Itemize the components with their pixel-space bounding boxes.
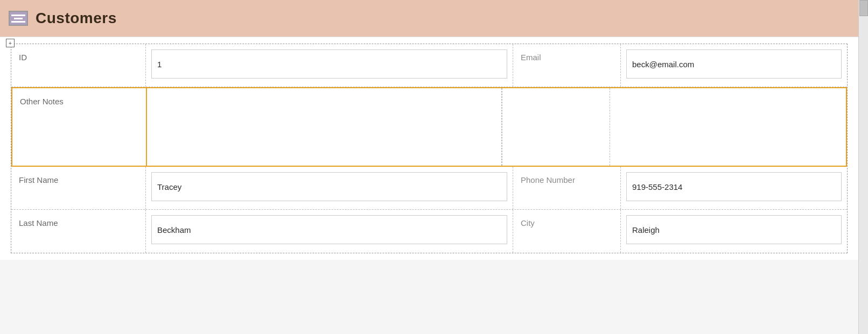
phone-input-wrap: [621, 167, 847, 209]
city-section: City: [513, 210, 847, 253]
form-container: + ID Email Other Notes: [11, 44, 848, 253]
id-email-row: ID Email: [11, 44, 847, 87]
notes-label: Other Notes: [12, 88, 147, 166]
lastname-input[interactable]: [151, 215, 507, 244]
expand-icon[interactable]: +: [6, 39, 15, 47]
city-input[interactable]: [626, 215, 842, 244]
firstname-label: First Name: [11, 167, 146, 209]
icon-line-2: [14, 18, 23, 19]
id-input[interactable]: [151, 49, 507, 79]
content-area: + ID Email Other Notes: [0, 37, 858, 334]
phone-input[interactable]: [626, 172, 842, 201]
city-input-wrap: [621, 210, 847, 253]
notes-input[interactable]: [152, 94, 496, 158]
firstname-input-wrap: [146, 167, 513, 209]
phone-section: Phone Number: [513, 167, 847, 209]
vertical-scrollbar[interactable]: [858, 0, 868, 334]
notes-right-value: [610, 88, 846, 166]
notes-row: Other Notes: [11, 87, 847, 167]
page-wrapper: Customers + ID Email: [0, 0, 868, 334]
email-label: Email: [513, 44, 621, 87]
email-input-wrap: [621, 44, 847, 87]
customers-icon: [9, 11, 28, 26]
notes-input-wrap: [147, 88, 502, 166]
id-input-wrap: [146, 44, 513, 87]
firstname-input[interactable]: [151, 172, 507, 201]
lastname-city-row: Last Name City: [11, 210, 847, 253]
email-input[interactable]: [626, 49, 842, 79]
email-section: Email: [513, 44, 847, 87]
form-area: + ID Email Other Notes: [0, 37, 858, 260]
icon-line-3: [11, 21, 25, 23]
lastname-label: Last Name: [11, 210, 146, 253]
lastname-input-wrap: [146, 210, 513, 253]
app-header: Customers: [0, 0, 868, 37]
phone-label: Phone Number: [513, 167, 621, 209]
page-title: Customers: [36, 10, 117, 27]
notes-right-section: [502, 88, 846, 166]
firstname-phone-row: First Name Phone Number: [11, 167, 847, 210]
id-label: ID: [11, 44, 146, 87]
notes-right-label: [502, 88, 610, 166]
city-label: City: [513, 210, 621, 253]
icon-line-1: [11, 15, 25, 16]
scrollbar-thumb[interactable]: [859, 0, 868, 16]
